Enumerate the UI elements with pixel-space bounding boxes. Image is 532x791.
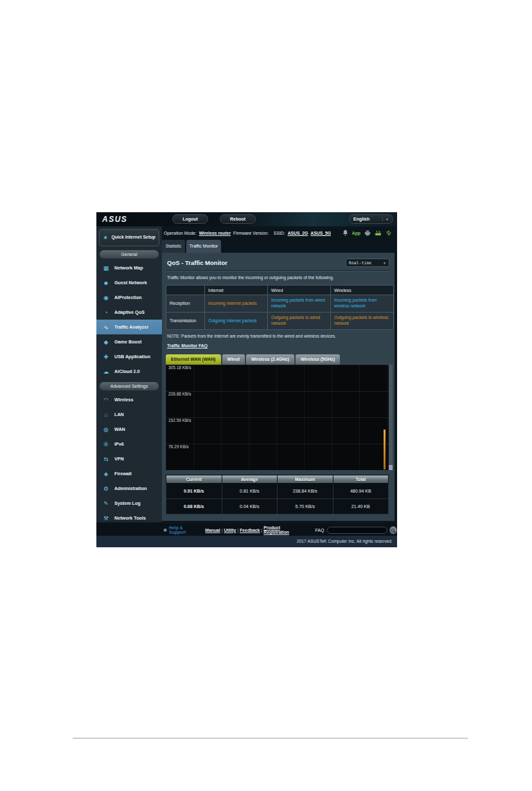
y-tick-label: 305.18 KB/s (168, 365, 191, 370)
reception-average: 0.81 KB/s (222, 484, 278, 499)
tab-traffic-monitor[interactable]: Traffic Monitor (186, 240, 221, 253)
traffic-matrix-table: Internet Wired Wireless Reception Incomi… (166, 285, 394, 330)
sidebar-item-vpn[interactable]: ⇆ VPN (96, 451, 162, 466)
traffic-monitor-faq-link[interactable]: Traffic Monitor FAQ (167, 343, 208, 348)
lan-icon: ⌂ (102, 412, 110, 418)
matrix-row-reception: Reception Incoming Internet packets Inco… (166, 295, 394, 313)
app-label[interactable]: App (352, 231, 360, 235)
sidebar-item-firewall[interactable]: ◈ Firewall (96, 466, 162, 481)
footer-bar: ◉ Help & Support Manual | Utility | Feed… (96, 524, 397, 536)
language-selector[interactable]: English ▼ (349, 214, 393, 224)
traffic-chart: 305.18 KB/s 228.88 KB/s 152.59 KB/s 76.2… (166, 365, 389, 470)
sidebar-item-adaptive-qos[interactable]: ◔ Adaptive QoS (96, 305, 162, 320)
transmission-internet-cell: Outgoing Internet packets (205, 313, 268, 330)
chevron-down-icon: ▼ (383, 261, 386, 265)
sidebar-item-usb-application[interactable]: ✚ USB Application (96, 349, 162, 364)
operation-mode-link[interactable]: Wireless router (199, 231, 231, 235)
reboot-button[interactable]: Reboot (220, 214, 256, 224)
chart-tab-wireless-24ghz[interactable]: Wireless (2.4GHz) (246, 354, 294, 365)
page-divider-line (73, 738, 468, 739)
wan-icon: ◍ (102, 426, 110, 433)
faq-search-button[interactable] (389, 526, 398, 534)
transmission-current: 0.68 KB/s (166, 499, 222, 514)
sidebar-item-lan[interactable]: ⌂ LAN (96, 407, 162, 422)
footer-link-manual[interactable]: Manual (205, 528, 220, 532)
chart-tab-wired[interactable]: Wired (222, 354, 245, 365)
usb-application-icon: ✚ (102, 354, 110, 360)
stats-col-average: Average (222, 475, 278, 484)
reception-current: 0.91 KB/s (166, 484, 222, 499)
page-title: QoS - Traffic Monitor (167, 259, 227, 266)
qis-label: Quick Internet Setup (111, 235, 155, 240)
sidebar-item-wan[interactable]: ◍ WAN (96, 422, 162, 437)
status-header: Operation Mode: Wireless router Firmware… (162, 226, 397, 240)
footer-link-feedback[interactable]: Feedback (240, 528, 260, 532)
operation-mode-label: Operation Mode: (164, 231, 197, 235)
footer-help-link[interactable]: Help & Support (169, 525, 199, 534)
chart-scrollbar-thumb[interactable] (389, 465, 393, 470)
mode-select-value: Real-time (349, 260, 371, 266)
matrix-col-internet: Internet (205, 286, 268, 295)
sidebar-item-ipv6[interactable]: ⑥ IPv6 (96, 437, 162, 451)
sidebar-item-wireless[interactable]: ◠ Wireless (96, 392, 162, 407)
logout-button[interactable]: Logout (172, 214, 208, 224)
stats-col-total: Total (333, 475, 389, 484)
guest-network-icon: ☻ (102, 280, 110, 286)
game-boost-icon: ◆ (102, 339, 110, 345)
stats-table: Current Average Maximum Total 0.91 KB/s … (166, 475, 389, 514)
aicloud-icon: ☁ (102, 368, 110, 375)
sidebar-item-quick-internet-setup[interactable]: ✶ Quick Internet Setup (99, 229, 159, 246)
footer-link-product-registration[interactable]: Product Registration (263, 525, 305, 534)
ipv6-icon: ⑥ (102, 441, 110, 448)
chart-tabs: Ethernet WAN (WAN) Wired Wireless (2.4GH… (166, 354, 391, 365)
router-admin-ui: ASUS Logout Reboot English ▼ Operation M… (96, 212, 397, 547)
sidebar: ✶ Quick Internet Setup General ▦ Network… (96, 226, 162, 522)
matrix-col-wireless: Wireless (331, 286, 394, 295)
main-panel: QoS - Traffic Monitor Real-time ▼ Traffi… (162, 253, 395, 521)
ssid-label: SSID: (274, 231, 285, 235)
notification-bell-icon[interactable] (342, 230, 348, 237)
sidebar-section-advanced-settings: Advanced Settings (100, 382, 159, 390)
tab-statistic[interactable]: Statistic (162, 240, 185, 253)
sidebar-item-aiprotection[interactable]: ◉ AiProtection (96, 290, 162, 305)
stats-col-maximum: Maximum (278, 475, 333, 484)
footer-link-utility[interactable]: Utility (224, 528, 236, 532)
firewall-icon: ◈ (102, 471, 110, 477)
sidebar-item-game-boost[interactable]: ◆ Game Boost (96, 334, 162, 349)
traffic-analyzer-icon: ∿ (102, 324, 110, 331)
aiprotection-icon: ◉ (102, 295, 110, 301)
chart-tab-wireless-5ghz[interactable]: Wireless (5GHz) (296, 354, 340, 365)
mode-select[interactable]: Real-time ▼ (346, 259, 389, 267)
ssid-2g-link[interactable]: ASUS_2G (288, 231, 308, 235)
page-tabs: Statistic Traffic Monitor (162, 240, 397, 253)
sidebar-item-aicloud[interactable]: ☁ AiCloud 2.0 (96, 364, 162, 379)
router-status-icon[interactable] (375, 230, 382, 237)
sidebar-item-administration[interactable]: ⚙ Administration (96, 481, 162, 496)
ssid-5g-link[interactable]: ASUS_5G (310, 231, 331, 235)
usb-status-icon[interactable] (386, 230, 392, 237)
chart-scrollbar[interactable] (389, 365, 393, 470)
traffic-chart-wrap: 305.18 KB/s 228.88 KB/s 152.59 KB/s 76.2… (166, 365, 393, 470)
traffic-spike-bar (384, 430, 386, 469)
sidebar-item-traffic-analyzer[interactable]: ∿ Traffic Analyzer (96, 320, 162, 334)
reception-total: 480.94 KB (333, 484, 389, 499)
sidebar-item-guest-network[interactable]: ☻ Guest Network (96, 275, 162, 290)
language-label: English (353, 217, 369, 221)
chart-tab-ethernet-wan[interactable]: Ethernet WAN (WAN) (166, 354, 221, 365)
magic-wand-icon: ✶ (102, 233, 109, 242)
help-icon: ◉ (163, 527, 167, 532)
printer-icon[interactable] (364, 230, 371, 237)
system-log-icon: ✎ (102, 500, 110, 507)
copyright-bar: 2017 ASUSTeK Computer Inc. All rights re… (96, 536, 397, 547)
faq-search-input[interactable] (327, 527, 387, 534)
sidebar-item-system-log[interactable]: ✎ System Log (96, 496, 162, 511)
sidebar-section-general: General (100, 250, 159, 259)
reception-maximum: 238.84 KB/s (278, 484, 333, 499)
sidebar-item-network-tools[interactable]: ⚒ Network Tools (96, 511, 162, 525)
matrix-row-transmission: Transmission Outgoing Internet packets O… (166, 313, 394, 330)
sidebar-item-network-map[interactable]: ▦ Network Map (96, 260, 162, 275)
matrix-col-wired: Wired (268, 286, 331, 295)
transmission-wired-cell: Outgoing packets to wired network (268, 313, 331, 330)
faq-label: FAQ (315, 528, 324, 532)
wireless-icon: ◠ (102, 397, 110, 403)
